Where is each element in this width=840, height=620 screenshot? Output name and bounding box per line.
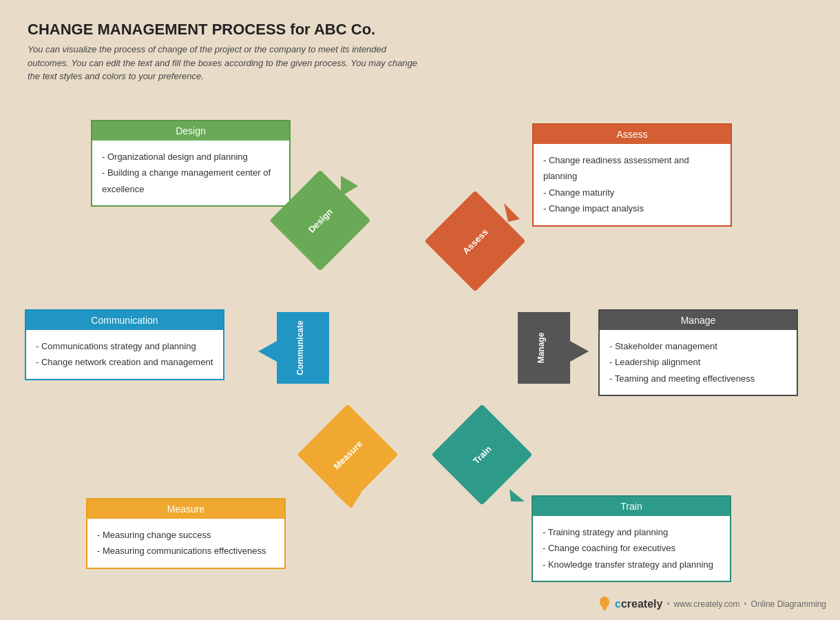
svg-rect-15 xyxy=(431,404,532,505)
design-info-box: Design - Organizational design and plann… xyxy=(91,120,291,207)
page-title: CHANGE MANAGEMENT PROCESS for ABC Co. xyxy=(28,21,812,39)
svg-text:Manage: Manage xyxy=(536,332,546,363)
measure-info-box: Measure - Measuring change success - Mea… xyxy=(86,498,286,569)
creately-brand: ccreately xyxy=(615,598,662,610)
svg-rect-9 xyxy=(518,312,570,384)
assess-info-box: Assess - Change readiness assessment and… xyxy=(532,123,732,227)
page-subtitle: You can visualize the process of change … xyxy=(28,43,427,83)
manage-icon: Manage xyxy=(518,312,589,384)
manage-info-box: Manage - Stakeholder management - Leader… xyxy=(598,309,798,396)
svg-rect-20 xyxy=(603,609,606,610)
measure-body: - Measuring change success - Measuring c… xyxy=(87,519,284,568)
train-info-box: Train - Training strategy and planning -… xyxy=(532,495,731,582)
svg-marker-13 xyxy=(334,493,361,508)
svg-marker-16 xyxy=(510,489,525,502)
design-header: Design xyxy=(92,121,289,141)
train-body: - Training strategy and planning - Chang… xyxy=(533,516,730,581)
train-header: Train xyxy=(533,497,730,516)
footer-tagline: Online Diagramming xyxy=(751,599,826,609)
svg-rect-12 xyxy=(297,404,398,505)
manage-body: - Stakeholder management - Leadership al… xyxy=(600,330,797,395)
svg-point-18 xyxy=(600,597,609,608)
svg-text:Train: Train xyxy=(471,444,494,466)
bulb-icon xyxy=(598,597,611,612)
svg-text:Communicate: Communicate xyxy=(295,320,305,375)
communicate-icon: Communicate xyxy=(258,312,329,384)
svg-rect-3 xyxy=(424,190,525,291)
communication-body: - Communications strategy and planning -… xyxy=(26,330,223,379)
measure-header: Measure xyxy=(87,499,284,519)
footer-url: www.creately.com xyxy=(674,599,740,609)
communication-header: Communication xyxy=(26,311,223,330)
svg-marker-10 xyxy=(570,341,589,362)
communication-info-box: Communication - Communications strategy … xyxy=(25,309,224,380)
manage-header: Manage xyxy=(600,311,797,330)
assess-body: - Change readiness assessment and planni… xyxy=(534,144,731,225)
svg-marker-4 xyxy=(504,203,520,222)
assess-icon: Assess xyxy=(424,190,525,291)
design-body: - Organizational design and planning - B… xyxy=(92,141,289,205)
footer-separator: • xyxy=(666,599,669,609)
svg-marker-7 xyxy=(258,341,277,362)
train-icon: Train xyxy=(431,404,532,505)
main-container: CHANGE MANAGEMENT PROCESS for ABC Co. Yo… xyxy=(0,0,840,620)
footer-separator2: • xyxy=(744,599,746,609)
svg-text:Design: Design xyxy=(306,207,335,235)
creately-footer: ccreately • www.creately.com • Online Di… xyxy=(598,597,826,612)
svg-rect-19 xyxy=(602,607,607,609)
svg-rect-6 xyxy=(277,312,329,384)
svg-text:Measure: Measure xyxy=(331,438,364,471)
assess-header: Assess xyxy=(534,125,731,144)
svg-text:Assess: Assess xyxy=(461,227,490,256)
svg-marker-1 xyxy=(341,176,358,196)
measure-icon: Measure xyxy=(297,404,398,508)
